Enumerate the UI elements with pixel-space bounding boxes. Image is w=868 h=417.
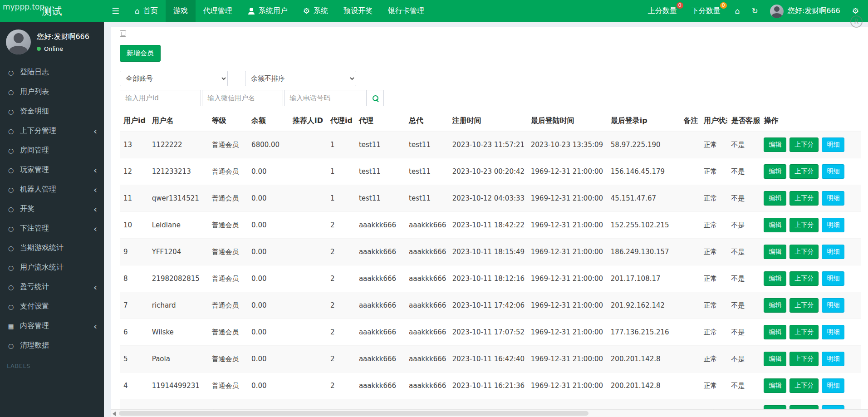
cell-reg_time: 2023-10-11 18:42:22 xyxy=(449,212,527,239)
edit-button[interactable]: 编辑 xyxy=(764,245,786,259)
sidebar-item-label: 内容管理 xyxy=(20,321,49,331)
sidebar-item[interactable]: ○玩家管理‹ xyxy=(0,160,104,180)
refresh-icon[interactable]: ↻ xyxy=(752,7,758,15)
search-button[interactable] xyxy=(366,90,384,106)
detail-button[interactable]: 明细 xyxy=(822,378,844,393)
nav-item[interactable]: 游戏 xyxy=(166,0,196,22)
detail-button[interactable]: 明细 xyxy=(822,245,844,259)
detail-button[interactable]: 明细 xyxy=(822,298,844,313)
nav-item[interactable]: ⚙系统 xyxy=(295,0,336,22)
nav-item-label: 系统用户 xyxy=(259,6,288,16)
sidebar-toggle[interactable]: ☰ xyxy=(104,0,127,22)
search-icon xyxy=(373,95,378,101)
user-id-input[interactable] xyxy=(120,90,201,106)
cell-id: 9 xyxy=(120,239,148,265)
sidebar-item[interactable]: ○用户流水统计 xyxy=(0,258,104,277)
edit-button[interactable]: 编辑 xyxy=(764,271,786,286)
scrollbar-thumb[interactable] xyxy=(119,411,588,416)
home-icon[interactable]: ⌂ xyxy=(735,7,740,15)
sidebar-item[interactable]: ○当期游戏统计 xyxy=(0,238,104,258)
cell-level: 普通会员 xyxy=(208,239,248,265)
navbar-greeting: 您好:发财啊666 xyxy=(788,6,840,16)
sidebar-item[interactable]: ○支付设置 xyxy=(0,297,104,316)
detail-button[interactable]: 明细 xyxy=(822,218,844,232)
sidebar-item[interactable]: ▦内容管理‹ xyxy=(0,316,104,336)
edit-button[interactable]: 编辑 xyxy=(764,164,786,179)
updown-button[interactable]: 上下分 xyxy=(790,218,819,232)
updown-button[interactable]: 上下分 xyxy=(790,378,819,393)
sidebar-item[interactable]: ○清理数据 xyxy=(0,336,104,355)
cell-level: 普通会员 xyxy=(208,185,248,212)
chevron-left-icon: ‹ xyxy=(93,185,97,194)
wechat-name-input[interactable] xyxy=(202,90,283,106)
cell-referrer xyxy=(289,292,327,319)
cell-reg_time: 2023-10-11 16:21:36 xyxy=(449,373,527,399)
edit-button[interactable]: 编辑 xyxy=(764,137,786,152)
balance-sort-select[interactable]: 余额不排序 xyxy=(245,71,356,86)
brand-title[interactable]: 测试 xyxy=(0,0,104,22)
sidebar-item-label: 清理数据 xyxy=(20,341,49,350)
cell-referrer xyxy=(289,185,327,212)
edit-button[interactable]: 编辑 xyxy=(764,191,786,206)
cell-balance: 0.00 xyxy=(248,265,289,292)
updown-button[interactable]: 上下分 xyxy=(790,352,819,366)
scroll-left-arrow-icon[interactable] xyxy=(113,412,116,416)
sidebar-item[interactable]: ○下注管理‹ xyxy=(0,219,104,238)
table-row: 10Leidiane普通会员0.002aaakkk666aaakkk666202… xyxy=(120,212,861,239)
cell-last_login: 1969-12-31 21:00:00 xyxy=(527,346,607,373)
sidebar-item[interactable]: ○开奖‹ xyxy=(0,199,104,219)
add-member-button[interactable]: 新增会员 xyxy=(120,45,161,62)
settings-gear-icon[interactable]: ⚙ xyxy=(852,7,859,15)
updown-button[interactable]: 上下分 xyxy=(790,298,819,313)
sidebar-item[interactable]: ○盈亏统计‹ xyxy=(0,277,104,297)
updown-button[interactable]: 上下分 xyxy=(790,137,819,152)
cell-last_ip: 156.146.45.179 xyxy=(607,158,680,185)
updown-button[interactable]: 上下分 xyxy=(790,245,819,259)
home-icon: ⌂ xyxy=(135,7,140,15)
sidebar-item[interactable]: ○用户列表 xyxy=(0,82,104,102)
down-score-menu[interactable]: 下分数量 0 xyxy=(691,6,723,16)
detail-button[interactable]: 明细 xyxy=(822,271,844,286)
sidebar-item[interactable]: ○登陆日志 xyxy=(0,63,104,82)
column-header: 用户名 xyxy=(148,111,208,132)
updown-button[interactable]: 上下分 xyxy=(790,164,819,179)
sidebar-menu: ○登陆日志○用户列表○资金明细○上下分管理‹○房间管理○玩家管理‹○机器人管理‹… xyxy=(0,63,104,355)
detail-button[interactable]: 明细 xyxy=(822,325,844,339)
grid-icon: ▦ xyxy=(7,323,15,330)
detail-button[interactable]: 明细 xyxy=(822,191,844,206)
updown-button[interactable]: 上下分 xyxy=(790,271,819,286)
edit-button[interactable]: 编辑 xyxy=(764,352,786,366)
updown-button[interactable]: 上下分 xyxy=(790,191,819,206)
nav-item[interactable]: 系统用户 xyxy=(240,0,295,22)
cell-top_agent: test11 xyxy=(405,158,449,185)
up-score-menu[interactable]: 上分数量 0 xyxy=(648,6,680,16)
cell-level: 普通会员 xyxy=(208,158,248,185)
navbar-user-menu[interactable]: 您好:发财啊666 xyxy=(770,5,840,18)
detail-button[interactable]: 明细 xyxy=(822,164,844,179)
nav-item[interactable]: 预设开奖 xyxy=(336,0,380,22)
edit-button[interactable]: 编辑 xyxy=(764,378,786,393)
edit-button[interactable]: 编辑 xyxy=(764,325,786,339)
phone-number-input[interactable] xyxy=(284,90,365,106)
sidebar-item[interactable]: ○房间管理 xyxy=(0,141,104,160)
filter-row: 全部账号 余额不排序 xyxy=(120,71,861,86)
updown-button[interactable]: 上下分 xyxy=(790,325,819,339)
nav-item[interactable]: 代理管理 xyxy=(196,0,240,22)
sidebar-item-label: 盈亏统计 xyxy=(20,282,49,292)
horizontal-scrollbar[interactable] xyxy=(111,409,868,417)
sidebar: 您好:发财啊666 Online ○登陆日志○用户列表○资金明细○上下分管理‹○… xyxy=(0,22,104,417)
nav-item[interactable]: ⌂首页 xyxy=(127,0,166,22)
detail-button[interactable]: 明细 xyxy=(822,137,844,152)
cell-top_agent: aaakkk666 xyxy=(405,265,449,292)
edit-button[interactable]: 编辑 xyxy=(764,218,786,232)
edit-button[interactable]: 编辑 xyxy=(764,298,786,313)
sidebar-item[interactable]: ○机器人管理‹ xyxy=(0,180,104,199)
collapse-icon[interactable] xyxy=(120,30,126,37)
sidebar-item[interactable]: ○上下分管理‹ xyxy=(0,121,104,141)
column-header: 操作 xyxy=(760,111,861,132)
nav-item[interactable]: 银行卡管理 xyxy=(380,0,432,22)
sidebar-item-label: 上下分管理 xyxy=(20,126,56,136)
sidebar-item[interactable]: ○资金明细 xyxy=(0,102,104,121)
detail-button[interactable]: 明细 xyxy=(822,352,844,366)
account-filter-select[interactable]: 全部账号 xyxy=(120,71,228,86)
